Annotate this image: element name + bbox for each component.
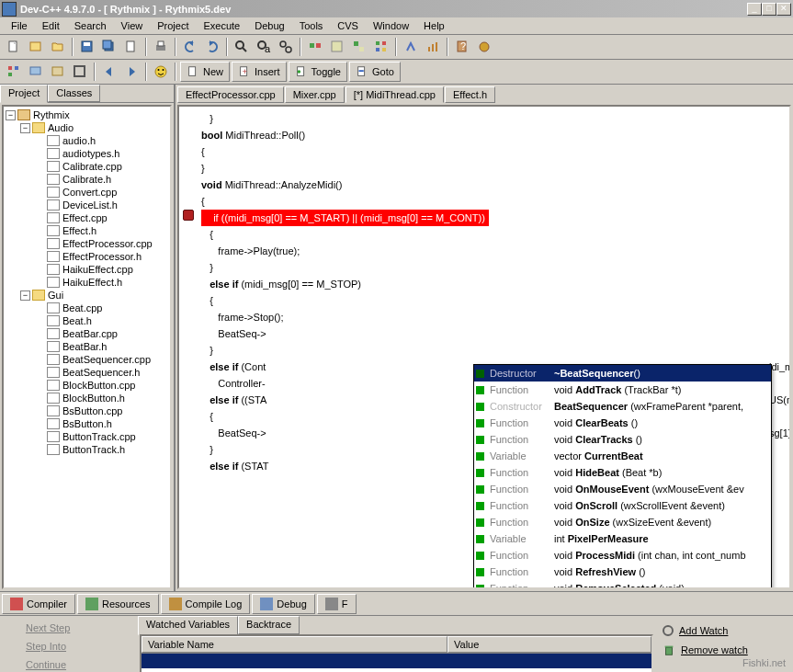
debug-next-step[interactable]: Next Step: [4, 620, 134, 636]
tree-file[interactable]: BsButton.h: [6, 417, 168, 430]
autocomplete-item[interactable]: ConstructorBeatSequencer (wxFrameParent …: [474, 398, 771, 415]
tree-file[interactable]: DeviceList.h: [6, 199, 168, 211]
tab-backtrace[interactable]: Backtrace: [238, 616, 300, 634]
options-icon[interactable]: [48, 62, 68, 82]
menu-debug[interactable]: Debug: [247, 18, 291, 33]
tree-file[interactable]: Effect.h: [6, 224, 168, 237]
tree-file[interactable]: BlockButton.h: [6, 392, 168, 404]
goto-button[interactable]: Goto: [349, 62, 401, 82]
open-icon[interactable]: [48, 37, 68, 57]
compile-run-icon[interactable]: [349, 37, 369, 57]
menu-file[interactable]: File: [4, 18, 35, 33]
tree-file[interactable]: BeatBar.h: [6, 340, 168, 353]
profile-icon[interactable]: [423, 37, 443, 57]
toggle-button[interactable]: Toggle: [289, 62, 347, 82]
tree-folder-audio[interactable]: −Audio: [6, 121, 168, 134]
find-next-icon[interactable]: [276, 37, 296, 57]
close-button[interactable]: ✕: [776, 3, 791, 16]
replace-icon[interactable]: a: [254, 37, 274, 57]
debug-step-into[interactable]: Step Into: [4, 638, 134, 655]
insert-button[interactable]: +Insert: [232, 62, 287, 82]
new-file-icon[interactable]: [4, 37, 24, 57]
prev-icon[interactable]: [99, 62, 119, 82]
rebuild-icon[interactable]: [371, 37, 391, 57]
output-tab-f[interactable]: F: [317, 594, 357, 614]
output-tab-resources[interactable]: Resources: [77, 594, 159, 614]
tree-file[interactable]: BeatSequencer.cpp: [6, 353, 168, 366]
tree-file[interactable]: audio.h: [6, 134, 168, 147]
autocomplete-item[interactable]: Functionvoid OnSize (wxSizeEvent &event): [474, 514, 771, 530]
maximize-button[interactable]: □: [762, 3, 776, 16]
tree-file[interactable]: EffectProcessor.h: [6, 250, 168, 263]
tree-file[interactable]: HaikuEffect.cpp: [6, 263, 168, 276]
menu-window[interactable]: Window: [366, 18, 416, 33]
editor-tab[interactable]: Effect.h: [445, 86, 495, 103]
menu-search[interactable]: Search: [67, 18, 114, 33]
bookmark-icon[interactable]: [26, 62, 46, 82]
tree-file[interactable]: ButtonTrack.cpp: [6, 430, 168, 443]
tree-file[interactable]: BsButton.cpp: [6, 404, 168, 417]
tree-toggle[interactable]: −: [6, 110, 16, 120]
tree-file[interactable]: HaikuEffect.h: [6, 276, 168, 289]
project-tree[interactable]: −Rythmix−Audioaudio.haudiotypes.hCalibra…: [2, 105, 172, 589]
undo-icon[interactable]: [180, 37, 200, 57]
autocomplete-item[interactable]: Functionvoid ProcessMidi (int chan, int …: [474, 547, 771, 564]
output-tab-compiler[interactable]: Compiler: [2, 594, 75, 614]
redo-icon[interactable]: [202, 37, 222, 57]
autocomplete-popup[interactable]: Destructor~BeatSequencer()Functionvoid A…: [473, 364, 772, 589]
breakpoint-marker[interactable]: [183, 210, 194, 221]
watch-table[interactable]: Variable Name Value: [140, 634, 653, 672]
compile-icon[interactable]: [305, 37, 325, 57]
menu-tools[interactable]: Tools: [292, 18, 331, 33]
tree-file[interactable]: BeatSequencer.h: [6, 366, 168, 379]
col-variable-name[interactable]: Variable Name: [142, 636, 447, 653]
autocomplete-item[interactable]: Functionvoid RemoveSelected (void): [474, 580, 771, 589]
debug-icon[interactable]: [401, 37, 421, 57]
tree-file[interactable]: Calibrate.h: [6, 173, 168, 186]
save-icon[interactable]: [77, 37, 97, 57]
col-value[interactable]: Value: [447, 636, 651, 653]
autocomplete-item[interactable]: Destructor~BeatSequencer(): [474, 365, 771, 382]
next-icon[interactable]: [121, 62, 142, 82]
run-icon[interactable]: [327, 37, 347, 57]
tree-root[interactable]: −Rythmix: [6, 108, 168, 121]
tree-toggle[interactable]: −: [20, 123, 30, 133]
tree-file[interactable]: ButtonTrack.h: [6, 443, 168, 456]
watch-row-selected[interactable]: [142, 654, 651, 668]
code-editor[interactable]: } bool MidiThread::Poll() { } void MidiT…: [177, 105, 791, 589]
menu-view[interactable]: View: [114, 18, 151, 33]
tree-toggle[interactable]: −: [20, 290, 30, 301]
autocomplete-item[interactable]: Functionvoid ClearTracks (): [474, 431, 771, 448]
autocomplete-item[interactable]: Variablevector CurrentBeat: [474, 448, 771, 464]
tab-watched-variables[interactable]: Watched Variables: [138, 616, 238, 635]
print-icon[interactable]: [151, 37, 171, 57]
tree-file[interactable]: Beat.h: [6, 314, 168, 327]
find-icon[interactable]: [232, 37, 252, 57]
tree-file[interactable]: EffectProcessor.cpp: [6, 237, 168, 250]
tree-file[interactable]: Beat.cpp: [6, 302, 168, 314]
menu-edit[interactable]: Edit: [35, 18, 67, 33]
editor-tab[interactable]: Mixer.cpp: [285, 86, 345, 103]
tree-file[interactable]: Effect.cpp: [6, 211, 168, 224]
smile-icon[interactable]: [151, 62, 171, 82]
help-icon[interactable]: ?: [452, 37, 472, 57]
tree-file[interactable]: audiotypes.h: [6, 147, 168, 160]
autocomplete-item[interactable]: Functionvoid OnScroll (wxScrollEvent &ev…: [474, 497, 771, 514]
autocomplete-item[interactable]: Functionvoid OnMouseEvent (wxMouseEvent …: [474, 481, 771, 497]
editor-tab[interactable]: [*] MidiThread.cpp: [346, 86, 444, 103]
minimize-button[interactable]: _: [747, 3, 762, 16]
menu-execute[interactable]: Execute: [196, 18, 247, 33]
autocomplete-item[interactable]: Variableint PixelPerMeasure: [474, 530, 771, 547]
debug-continue[interactable]: Continue: [4, 656, 134, 672]
autocomplete-item[interactable]: Functionvoid AddTrack (TrackBar *t): [474, 382, 771, 398]
menu-help[interactable]: Help: [416, 18, 452, 33]
class-browser-icon[interactable]: [4, 62, 24, 82]
add-watch-button[interactable]: Add Watch: [659, 623, 789, 638]
tree-file[interactable]: BeatBar.cpp: [6, 327, 168, 340]
tree-file[interactable]: BlockButton.cpp: [6, 379, 168, 392]
new-button[interactable]: New: [180, 62, 230, 82]
about-icon[interactable]: [474, 37, 494, 57]
autocomplete-item[interactable]: Functionvoid ClearBeats (): [474, 415, 771, 431]
menu-cvs[interactable]: CVS: [330, 18, 366, 33]
tab-classes[interactable]: Classes: [48, 85, 100, 102]
